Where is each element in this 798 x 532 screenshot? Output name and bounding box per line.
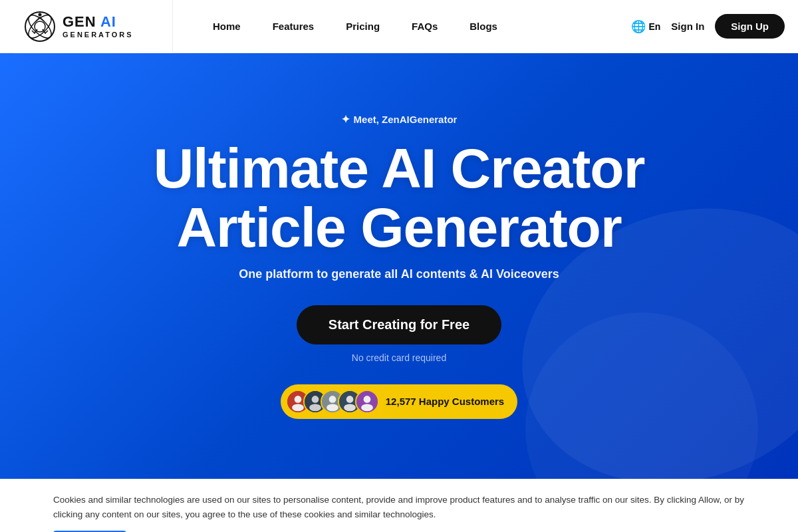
nav-right: 🌐 En Sign In Sign Up — [631, 14, 785, 39]
svg-point-15 — [346, 396, 353, 403]
sign-up-button[interactable]: Sign Up — [715, 14, 785, 39]
svg-point-19 — [361, 404, 373, 411]
avatars-group — [286, 390, 379, 414]
cookie-text: Cookies and similar technologies are use… — [53, 493, 745, 521]
logo-gen: GEN — [63, 13, 96, 30]
hero-section: ✦ Meet, ZenAIGenerator Ultimate AI Creat… — [0, 53, 798, 479]
lang-label: En — [648, 21, 660, 32]
globe-icon: 🌐 — [631, 19, 646, 34]
nav-features[interactable]: Features — [273, 21, 315, 32]
svg-point-4 — [39, 13, 42, 16]
hero-title-line1: Ultimate AI Creator — [154, 137, 645, 200]
logo-ai: AI — [96, 13, 116, 30]
hero-title: Ultimate AI Creator Article Generator — [154, 139, 645, 256]
meet-label: ✦ Meet, ZenAIGenerator — [341, 113, 458, 126]
hero-subtitle: One platform to generate all AI contents… — [239, 267, 559, 281]
svg-point-12 — [329, 396, 336, 403]
svg-point-16 — [344, 404, 356, 411]
svg-point-13 — [327, 404, 338, 411]
svg-point-9 — [311, 396, 319, 403]
logo-title: GEN AI — [63, 15, 134, 29]
svg-point-6 — [294, 396, 301, 403]
customers-count: 12,577 Happy Customers — [386, 396, 504, 407]
nav-blogs[interactable]: Blogs — [469, 21, 497, 32]
nav-pricing[interactable]: Pricing — [346, 21, 380, 32]
nav-faqs[interactable]: FAQs — [412, 21, 438, 32]
logo-icon — [24, 11, 56, 43]
logo-text: GEN AI GENERATORS — [63, 15, 134, 39]
svg-point-7 — [292, 404, 304, 411]
avatar-5 — [355, 390, 379, 414]
logo-subtitle: GENERATORS — [63, 31, 134, 39]
svg-point-10 — [309, 404, 321, 411]
cta-button[interactable]: Start Creating for Free — [297, 305, 501, 344]
logo: GEN AI GENERATORS — [13, 0, 173, 53]
sign-in-button[interactable]: Sign In — [671, 21, 704, 32]
no-credit-text: No credit card required — [352, 352, 446, 363]
hero-title-line2: Article Generator — [176, 196, 621, 259]
nav-home[interactable]: Home — [213, 21, 241, 32]
svg-point-18 — [363, 396, 370, 403]
meet-text: Meet, ZenAIGenerator — [354, 114, 458, 125]
sparkle-icon: ✦ — [341, 113, 350, 126]
customers-badge[interactable]: 12,577 Happy Customers — [281, 384, 517, 419]
cookie-banner: Cookies and similar technologies are use… — [0, 479, 798, 532]
navbar: GEN AI GENERATORS Home Features Pricing … — [0, 0, 798, 53]
nav-links: Home Features Pricing FAQs Blogs — [213, 21, 631, 32]
language-selector[interactable]: 🌐 En — [631, 19, 660, 34]
